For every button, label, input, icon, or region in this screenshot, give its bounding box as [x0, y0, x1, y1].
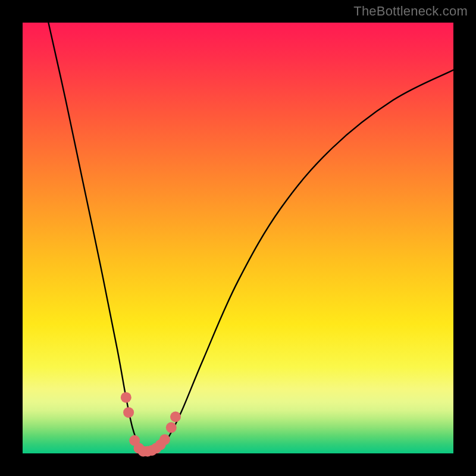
highlight-dot [121, 392, 131, 403]
highlight-dot [166, 422, 177, 433]
watermark-text: TheBottleneck.com [353, 4, 468, 19]
highlight-dots [121, 392, 181, 457]
bottleneck-curve [48, 23, 453, 452]
highlight-dot [123, 407, 134, 418]
plot-area [23, 23, 453, 453]
curve-svg [23, 23, 453, 453]
chart-frame: TheBottleneck.com [0, 0, 476, 476]
highlight-dot [170, 412, 181, 422]
highlight-dot [159, 434, 170, 445]
